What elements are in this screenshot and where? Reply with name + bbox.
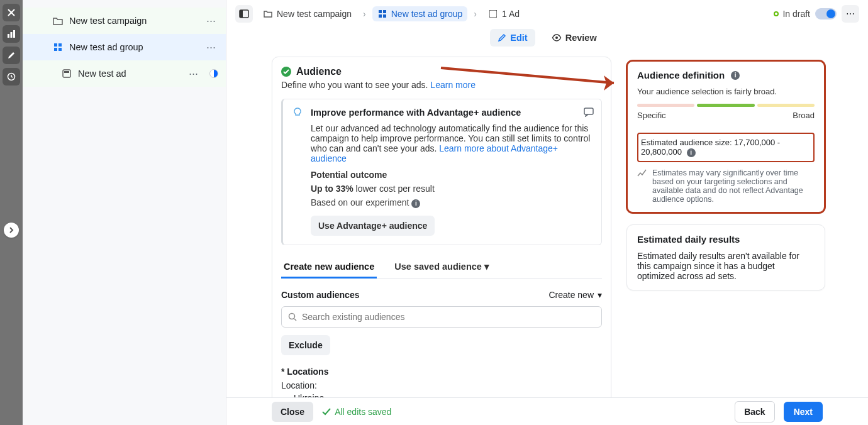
advantage-box: Improve performance with Advantage+ audi… xyxy=(281,99,602,245)
ad-icon xyxy=(62,69,72,79)
chevron-right-icon: › xyxy=(472,9,478,19)
use-advantage-button[interactable]: Use Advantage+ audience xyxy=(311,216,435,236)
tree-campaign-label: New test campaign xyxy=(69,16,147,26)
more-icon[interactable]: ⋯ xyxy=(186,66,201,81)
publish-toggle[interactable] xyxy=(815,8,837,19)
svg-rect-0 xyxy=(8,34,9,38)
search-audiences-input[interactable] xyxy=(281,306,602,328)
tree-campaign[interactable]: New test campaign ⋯ xyxy=(23,8,226,34)
tab-edit[interactable]: Edit xyxy=(490,29,535,47)
grid-icon xyxy=(53,42,63,52)
tab-review[interactable]: Review xyxy=(544,29,604,47)
svg-rect-11 xyxy=(240,10,243,18)
upto-text: lower cost per result xyxy=(353,184,435,194)
advantage-title: Improve performance with Advantage+ audi… xyxy=(311,108,521,118)
audience-mode-tabs: Create new audience Use saved audience▾ xyxy=(281,255,602,279)
location-item: Ukraine xyxy=(294,393,602,398)
info-icon[interactable]: i xyxy=(687,148,696,157)
caret-down-icon: ▾ xyxy=(484,262,489,272)
audience-title: Audience xyxy=(296,66,342,77)
svg-rect-7 xyxy=(58,48,62,51)
folder-icon xyxy=(53,16,63,26)
breadcrumb-adgroup[interactable]: New test ad group xyxy=(372,6,468,21)
definition-title: Audience definition xyxy=(637,70,725,80)
gauge-specific-label: Specific xyxy=(637,111,666,120)
grid-icon xyxy=(377,9,387,19)
saved-indicator: All edits saved xyxy=(322,407,391,417)
ad-icon xyxy=(488,9,498,19)
status-dot-icon xyxy=(774,11,779,16)
upto-value: Up to 33% xyxy=(311,184,353,194)
left-rail xyxy=(0,0,23,425)
tree-ad[interactable]: New test ad ⋯ xyxy=(23,60,226,87)
svg-rect-12 xyxy=(379,10,382,13)
trend-icon xyxy=(637,168,647,204)
svg-rect-15 xyxy=(383,14,386,18)
expand-icon[interactable] xyxy=(4,223,19,238)
eye-icon xyxy=(552,34,562,41)
more-icon[interactable]: ⋯ xyxy=(203,13,218,28)
svg-point-17 xyxy=(555,36,558,39)
svg-rect-9 xyxy=(64,71,69,73)
create-new-dropdown[interactable]: Create new▾ xyxy=(548,290,602,300)
feedback-icon[interactable] xyxy=(584,107,594,119)
status-indicator-icon xyxy=(209,69,218,78)
est-note-text: Estimates may vary significantly over ti… xyxy=(652,168,815,204)
tab-create-audience[interactable]: Create new audience xyxy=(281,255,377,278)
potential-outcome-title: Potential outcome xyxy=(311,170,593,180)
svg-rect-4 xyxy=(54,43,57,47)
more-icon[interactable]: ⋯ xyxy=(842,5,859,23)
clock-icon[interactable] xyxy=(3,68,20,86)
svg-rect-2 xyxy=(13,30,15,38)
gauge-broad-label: Broad xyxy=(793,111,815,120)
audience-definition-card: Audience definitioni Your audience selec… xyxy=(626,60,825,213)
pencil-icon[interactable] xyxy=(3,47,20,64)
footer-bar: Close All edits saved Back Next xyxy=(226,397,868,425)
tree-adgroup[interactable]: New test ad group ⋯ xyxy=(23,34,226,60)
tree-adgroup-label: New test ad group xyxy=(69,42,143,52)
svg-rect-14 xyxy=(379,14,382,18)
chevron-right-icon: › xyxy=(362,9,367,19)
search-icon xyxy=(288,312,297,321)
custom-audiences-heading: Custom audiences xyxy=(281,290,359,300)
breadcrumb-campaign[interactable]: New test campaign xyxy=(258,6,357,21)
svg-rect-1 xyxy=(11,32,13,38)
location-label: Location: xyxy=(281,380,602,390)
campaign-tree: New test campaign ⋯ New test ad group ⋯ … xyxy=(23,0,226,425)
breadth-gauge xyxy=(637,104,815,107)
audience-card: Audience Define who you want to see your… xyxy=(272,57,611,397)
close-button[interactable]: Close xyxy=(272,402,313,422)
info-icon[interactable]: i xyxy=(411,199,420,208)
info-icon[interactable]: i xyxy=(731,71,740,80)
sidebar-toggle-icon[interactable] xyxy=(235,5,253,23)
definition-summary: Your audience selection is fairly broad. xyxy=(637,87,815,96)
audience-subtitle: Define who you want to see your ads. xyxy=(281,80,430,90)
check-icon xyxy=(322,408,331,416)
back-button[interactable]: Back xyxy=(735,401,774,422)
pencil-icon xyxy=(498,33,506,42)
close-icon[interactable] xyxy=(3,4,20,21)
locations-heading: * Locations xyxy=(281,367,602,377)
caret-down-icon: ▾ xyxy=(598,290,602,300)
exclude-button[interactable]: Exclude xyxy=(281,335,330,355)
edit-review-tabs: Edit Review xyxy=(226,29,868,47)
svg-rect-18 xyxy=(584,108,593,114)
tab-saved-audience[interactable]: Use saved audience▾ xyxy=(392,255,492,278)
search-field[interactable] xyxy=(302,312,595,322)
svg-rect-6 xyxy=(54,48,57,51)
daily-results-card: Estimated daily results Estimated daily … xyxy=(626,224,825,290)
svg-point-19 xyxy=(289,313,295,319)
folder-icon xyxy=(263,9,273,19)
daily-body: Estimated daily results aren't available… xyxy=(637,251,815,281)
breadcrumb-ad[interactable]: 1 Ad xyxy=(483,6,525,21)
chart-icon[interactable] xyxy=(3,25,20,43)
next-button[interactable]: Next xyxy=(784,402,823,422)
svg-rect-8 xyxy=(63,70,70,77)
tree-ad-label: New test ad xyxy=(78,69,126,79)
estimated-size-box: Estimated audience size: 17,700,000 - 20… xyxy=(637,133,815,162)
learn-more-link[interactable]: Learn more xyxy=(430,80,476,90)
basis-text: Based on our experiment xyxy=(311,197,409,207)
lightbulb-icon xyxy=(292,107,303,118)
more-icon[interactable]: ⋯ xyxy=(203,40,218,55)
daily-title: Estimated daily results xyxy=(637,234,815,245)
